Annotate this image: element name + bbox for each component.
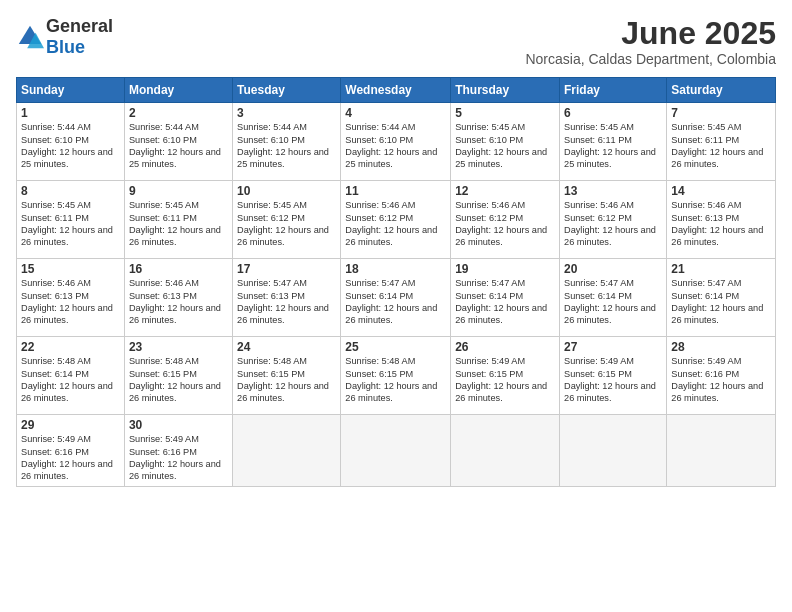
calendar-cell: 1 Sunrise: 5:44 AMSunset: 6:10 PMDayligh… [17,103,125,181]
calendar-cell: 3 Sunrise: 5:44 AMSunset: 6:10 PMDayligh… [233,103,341,181]
day-info: Sunrise: 5:45 AMSunset: 6:12 PMDaylight:… [237,200,329,247]
day-info: Sunrise: 5:46 AMSunset: 6:12 PMDaylight:… [345,200,437,247]
day-info: Sunrise: 5:44 AMSunset: 6:10 PMDaylight:… [21,122,113,169]
calendar-cell: 19 Sunrise: 5:47 AMSunset: 6:14 PMDaylig… [451,259,560,337]
calendar-cell: 16 Sunrise: 5:46 AMSunset: 6:13 PMDaylig… [124,259,232,337]
day-number: 4 [345,106,446,120]
day-number: 5 [455,106,555,120]
day-info: Sunrise: 5:44 AMSunset: 6:10 PMDaylight:… [345,122,437,169]
calendar-cell [341,415,451,487]
day-info: Sunrise: 5:49 AMSunset: 6:15 PMDaylight:… [455,356,547,403]
calendar-cell: 11 Sunrise: 5:46 AMSunset: 6:12 PMDaylig… [341,181,451,259]
day-number: 2 [129,106,228,120]
day-number: 12 [455,184,555,198]
day-number: 8 [21,184,120,198]
day-number: 30 [129,418,228,432]
day-info: Sunrise: 5:46 AMSunset: 6:12 PMDaylight:… [564,200,656,247]
day-number: 22 [21,340,120,354]
calendar-cell: 29 Sunrise: 5:49 AMSunset: 6:16 PMDaylig… [17,415,125,487]
calendar-cell: 10 Sunrise: 5:45 AMSunset: 6:12 PMDaylig… [233,181,341,259]
col-tuesday: Tuesday [233,78,341,103]
day-info: Sunrise: 5:45 AMSunset: 6:11 PMDaylight:… [129,200,221,247]
calendar-cell: 26 Sunrise: 5:49 AMSunset: 6:15 PMDaylig… [451,337,560,415]
day-info: Sunrise: 5:46 AMSunset: 6:13 PMDaylight:… [671,200,763,247]
calendar-cell: 27 Sunrise: 5:49 AMSunset: 6:15 PMDaylig… [560,337,667,415]
day-info: Sunrise: 5:49 AMSunset: 6:16 PMDaylight:… [671,356,763,403]
col-wednesday: Wednesday [341,78,451,103]
day-number: 15 [21,262,120,276]
day-number: 23 [129,340,228,354]
calendar-cell: 5 Sunrise: 5:45 AMSunset: 6:10 PMDayligh… [451,103,560,181]
day-info: Sunrise: 5:46 AMSunset: 6:12 PMDaylight:… [455,200,547,247]
header: General Blue June 2025 Norcasia, Caldas … [16,16,776,67]
month-title: June 2025 [525,16,776,51]
day-number: 6 [564,106,662,120]
calendar-cell: 25 Sunrise: 5:48 AMSunset: 6:15 PMDaylig… [341,337,451,415]
calendar-cell: 30 Sunrise: 5:49 AMSunset: 6:16 PMDaylig… [124,415,232,487]
day-number: 17 [237,262,336,276]
day-number: 25 [345,340,446,354]
page-container: General Blue June 2025 Norcasia, Caldas … [0,0,792,495]
day-info: Sunrise: 5:45 AMSunset: 6:10 PMDaylight:… [455,122,547,169]
calendar-cell: 20 Sunrise: 5:47 AMSunset: 6:14 PMDaylig… [560,259,667,337]
day-number: 20 [564,262,662,276]
day-info: Sunrise: 5:44 AMSunset: 6:10 PMDaylight:… [129,122,221,169]
day-info: Sunrise: 5:46 AMSunset: 6:13 PMDaylight:… [21,278,113,325]
calendar-cell [560,415,667,487]
day-number: 13 [564,184,662,198]
day-info: Sunrise: 5:48 AMSunset: 6:15 PMDaylight:… [237,356,329,403]
day-info: Sunrise: 5:49 AMSunset: 6:15 PMDaylight:… [564,356,656,403]
calendar-cell: 17 Sunrise: 5:47 AMSunset: 6:13 PMDaylig… [233,259,341,337]
day-number: 9 [129,184,228,198]
day-number: 28 [671,340,771,354]
day-number: 19 [455,262,555,276]
calendar-cell: 9 Sunrise: 5:45 AMSunset: 6:11 PMDayligh… [124,181,232,259]
day-info: Sunrise: 5:47 AMSunset: 6:14 PMDaylight:… [564,278,656,325]
day-info: Sunrise: 5:47 AMSunset: 6:14 PMDaylight:… [345,278,437,325]
calendar-cell: 15 Sunrise: 5:46 AMSunset: 6:13 PMDaylig… [17,259,125,337]
calendar-header-row: Sunday Monday Tuesday Wednesday Thursday… [17,78,776,103]
day-info: Sunrise: 5:48 AMSunset: 6:15 PMDaylight:… [345,356,437,403]
day-number: 24 [237,340,336,354]
calendar-cell: 24 Sunrise: 5:48 AMSunset: 6:15 PMDaylig… [233,337,341,415]
calendar-cell: 28 Sunrise: 5:49 AMSunset: 6:16 PMDaylig… [667,337,776,415]
day-info: Sunrise: 5:44 AMSunset: 6:10 PMDaylight:… [237,122,329,169]
calendar-cell: 22 Sunrise: 5:48 AMSunset: 6:14 PMDaylig… [17,337,125,415]
logo-text-general: General [46,16,113,36]
day-info: Sunrise: 5:47 AMSunset: 6:14 PMDaylight:… [671,278,763,325]
day-number: 18 [345,262,446,276]
day-info: Sunrise: 5:48 AMSunset: 6:14 PMDaylight:… [21,356,113,403]
table-row: 1 Sunrise: 5:44 AMSunset: 6:10 PMDayligh… [17,103,776,181]
day-info: Sunrise: 5:45 AMSunset: 6:11 PMDaylight:… [21,200,113,247]
day-info: Sunrise: 5:46 AMSunset: 6:13 PMDaylight:… [129,278,221,325]
calendar-cell [451,415,560,487]
calendar-cell: 18 Sunrise: 5:47 AMSunset: 6:14 PMDaylig… [341,259,451,337]
calendar-cell [667,415,776,487]
calendar-cell: 21 Sunrise: 5:47 AMSunset: 6:14 PMDaylig… [667,259,776,337]
table-row: 29 Sunrise: 5:49 AMSunset: 6:16 PMDaylig… [17,415,776,487]
calendar-table: Sunday Monday Tuesday Wednesday Thursday… [16,77,776,487]
calendar-cell: 7 Sunrise: 5:45 AMSunset: 6:11 PMDayligh… [667,103,776,181]
col-monday: Monday [124,78,232,103]
day-number: 14 [671,184,771,198]
day-info: Sunrise: 5:47 AMSunset: 6:14 PMDaylight:… [455,278,547,325]
day-info: Sunrise: 5:47 AMSunset: 6:13 PMDaylight:… [237,278,329,325]
logo-icon [16,23,44,51]
calendar-cell: 12 Sunrise: 5:46 AMSunset: 6:12 PMDaylig… [451,181,560,259]
day-number: 16 [129,262,228,276]
day-info: Sunrise: 5:45 AMSunset: 6:11 PMDaylight:… [671,122,763,169]
day-number: 26 [455,340,555,354]
day-number: 27 [564,340,662,354]
day-number: 7 [671,106,771,120]
day-info: Sunrise: 5:49 AMSunset: 6:16 PMDaylight:… [129,434,221,481]
col-saturday: Saturday [667,78,776,103]
day-number: 11 [345,184,446,198]
table-row: 8 Sunrise: 5:45 AMSunset: 6:11 PMDayligh… [17,181,776,259]
day-info: Sunrise: 5:48 AMSunset: 6:15 PMDaylight:… [129,356,221,403]
col-friday: Friday [560,78,667,103]
table-row: 22 Sunrise: 5:48 AMSunset: 6:14 PMDaylig… [17,337,776,415]
col-thursday: Thursday [451,78,560,103]
day-number: 10 [237,184,336,198]
col-sunday: Sunday [17,78,125,103]
day-number: 29 [21,418,120,432]
